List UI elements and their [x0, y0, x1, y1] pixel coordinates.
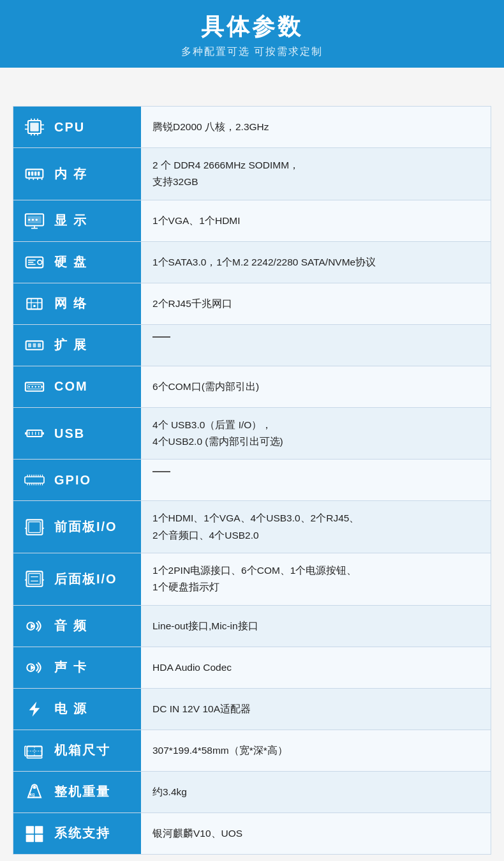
spec-value-text-hdd: 1个SATA3.0，1个M.2 2242/2280 SATA/NVMe协议 [152, 254, 376, 271]
svg-rect-33 [27, 298, 41, 309]
cpu-icon [21, 116, 48, 139]
spec-label-text-network: 网 络 [54, 295, 87, 312]
spec-value-gpio [141, 460, 491, 500]
spec-label-com: COM [13, 366, 141, 407]
page-header: 具体参数 多种配置可选 可按需求定制 [0, 0, 504, 68]
spec-label-text-hdd: 硬 盘 [54, 253, 87, 271]
spec-label-text-os: 系统支持 [54, 825, 110, 842]
svg-point-43 [28, 386, 30, 387]
hdd-icon [21, 251, 48, 274]
svg-rect-50 [25, 432, 27, 434]
spec-label-text-rear-io: 后面板I/O [54, 571, 117, 588]
spec-value-dimensions: 307*199.4*58mm（宽*深*高） [141, 730, 491, 771]
expand-icon [21, 334, 48, 357]
spec-label-display: 显 示 [13, 200, 141, 241]
spec-value-text-cpu: 腾锐D2000 八核，2.3GHz [152, 119, 269, 135]
spec-label-text-expand: 扩 展 [54, 336, 87, 354]
spec-value-text-usb: 4个 USB3.0（后置 I/O）， 4个USB2.0 (需内部引出可选) [152, 417, 283, 451]
svg-rect-51 [42, 432, 44, 434]
spec-label-text-weight: 整机重量 [54, 783, 110, 800]
spec-value-os: 银河麒麟V10、UOS [141, 813, 491, 854]
spec-label-rear-io: 后面板I/O [13, 553, 141, 605]
spec-row-dimensions: 机箱尺寸307*199.4*58mm（宽*深*高） [13, 730, 491, 772]
spec-row-network: 网 络2个RJ45千兆网口 [13, 283, 491, 325]
spec-label-text-gpio: GPIO [54, 473, 91, 488]
spec-value-display: 1个VGA、1个HDMI [141, 200, 491, 241]
spec-label-text-audio: 音 频 [54, 617, 87, 634]
spec-label-text-cpu: CPU [54, 120, 85, 135]
sound-card-icon [21, 656, 48, 679]
spec-value-com: 6个COM口(需内部引出) [141, 366, 491, 407]
audio-icon [21, 615, 48, 638]
spec-value-text-audio: Line-out接口,Mic-in接口 [152, 618, 258, 634]
spec-label-memory: 内 存 [13, 148, 141, 200]
spec-label-hdd: 硬 盘 [13, 242, 141, 283]
front-io-icon [21, 516, 48, 539]
svg-rect-1 [30, 123, 38, 131]
spec-row-gpio: GPIO [13, 460, 491, 501]
dimensions-icon [21, 739, 48, 762]
spec-label-text-usb: USB [54, 426, 85, 441]
spec-label-network: 网 络 [13, 283, 141, 324]
svg-rect-39 [28, 343, 31, 347]
spec-value-rear-io: 1个2PIN电源接口、6个COM、1个电源按钮、 1个硬盘指示灯 [141, 553, 491, 605]
spec-value-dash-expand [152, 336, 170, 354]
weight-icon: kg [21, 781, 48, 804]
svg-point-29 [38, 260, 42, 264]
spec-value-network: 2个RJ45千兆网口 [141, 283, 491, 324]
spec-value-memory: 2 个 DDR4 2666MHz SODIMM， 支持32GB [141, 148, 491, 200]
spec-value-weight: 约3.4kg [141, 772, 491, 812]
svg-rect-14 [31, 172, 33, 176]
com-icon [21, 375, 48, 398]
spec-label-weight: kg 整机重量 [13, 772, 141, 812]
spec-value-expand [141, 325, 491, 366]
spec-value-usb: 4个 USB3.0（后置 I/O）， 4个USB2.0 (需内部引出可选) [141, 408, 491, 460]
spec-row-display: 显 示1个VGA、1个HDMI [13, 200, 491, 242]
svg-point-97 [33, 786, 36, 789]
svg-point-26 [32, 218, 34, 220]
svg-point-27 [36, 218, 38, 220]
spec-label-dimensions: 机箱尺寸 [13, 730, 141, 771]
gpio-icon [21, 468, 48, 491]
os-icon [21, 822, 48, 845]
spec-row-front-io: 前面板I/O1个HDMI、1个VGA、4个USB3.0、2个RJ45、 2个音频… [13, 501, 491, 553]
spec-table: CPU腾锐D2000 八核，2.3GHz 内 存2 个 DDR4 2666MHz… [13, 106, 491, 855]
svg-point-44 [31, 386, 33, 387]
spec-row-cpu: CPU腾锐D2000 八核，2.3GHz [13, 106, 491, 148]
spec-row-sound-card: 声 卡HDA Audio Codec [13, 647, 491, 689]
spec-value-text-network: 2个RJ45千兆网口 [152, 296, 232, 312]
svg-rect-16 [38, 172, 40, 176]
svg-point-45 [34, 386, 36, 387]
spec-value-text-weight: 约3.4kg [152, 784, 187, 800]
svg-point-25 [28, 218, 30, 220]
spec-row-usb: USB4个 USB3.0（后置 I/O）， 4个USB2.0 (需内部引出可选) [13, 408, 491, 460]
spec-label-power: 电 源 [13, 689, 141, 730]
spec-label-text-sound-card: 声 卡 [54, 659, 87, 676]
spec-value-power: DC IN 12V 10A适配器 [141, 689, 491, 730]
svg-rect-56 [25, 477, 44, 483]
spec-value-text-rear-io: 1个2PIN电源接口、6个COM、1个电源按钮、 1个硬盘指示灯 [152, 562, 357, 596]
svg-text:kg: kg [30, 792, 35, 797]
spec-row-audio: 音 频Line-out接口,Mic-in接口 [13, 606, 491, 647]
svg-point-46 [38, 386, 40, 387]
spec-value-text-dimensions: 307*199.4*58mm（宽*深*高） [152, 742, 288, 759]
spec-label-gpio: GPIO [13, 460, 141, 500]
spec-row-weight: kg 整机重量约3.4kg [13, 772, 491, 813]
spec-value-text-front-io: 1个HDMI、1个VGA、4个USB3.0、2个RJ45、 2个音频口、4个US… [152, 510, 359, 544]
spec-label-text-memory: 内 存 [54, 165, 87, 183]
display-icon [21, 209, 48, 232]
spec-value-text-sound-card: HDA Audio Codec [152, 659, 232, 676]
spec-label-cpu: CPU [13, 107, 141, 147]
spec-label-audio: 音 频 [13, 606, 141, 647]
svg-rect-102 [35, 834, 43, 842]
svg-rect-78 [29, 574, 40, 585]
spec-value-audio: Line-out接口,Mic-in接口 [141, 606, 491, 647]
spec-label-text-com: COM [54, 379, 88, 394]
spec-value-text-com: 6个COM口(需内部引出) [152, 378, 259, 395]
page-subtitle: 多种配置可选 可按需求定制 [0, 45, 504, 59]
svg-rect-37 [33, 304, 35, 306]
spec-value-text-os: 银河麒麟V10、UOS [152, 825, 242, 842]
spec-value-dash-gpio [152, 471, 170, 489]
rear-io-icon [21, 567, 48, 590]
svg-rect-13 [28, 172, 30, 176]
